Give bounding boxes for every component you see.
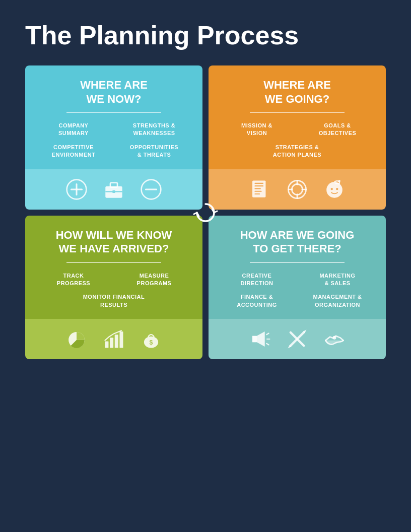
card-items-2: MISSION &VISION GOALS &OBJECTIVES STRATE… [219,122,376,159]
item-measure-programs: MEASUREPROGRAMS [116,272,192,288]
svg-rect-26 [105,342,108,348]
svg-rect-11 [254,185,263,186]
card-where-now: WHERE AREWE NOW? COMPANYSUMMARY STRENGTH… [25,65,202,210]
card-items-1: COMPANYSUMMARY STRENGTHS &WEAKNESSES COM… [35,122,192,159]
svg-rect-33 [252,336,257,342]
card-bottom-3: $ [25,319,202,359]
svg-text:$: $ [150,339,153,346]
item-opportunities-threats: OPPORTUNITIES& THREATS [116,144,192,159]
card-heading-2: WHERE AREWE GOING? [219,78,376,106]
svg-point-24 [338,180,340,182]
svg-point-23 [336,187,338,189]
item-company-summary: COMPANYSUMMARY [35,122,112,138]
card-heading-1: WHERE AREWE NOW? [35,78,192,106]
item-track-progress: TRACKPROGRESS [35,272,112,288]
item-mission-vision: MISSION &VISION [219,122,295,138]
item-competitive-env: COMPETITIVEENVIRONMENT [35,144,112,159]
svg-rect-29 [119,331,123,348]
card-items-4: CREATIVEDIRECTION MARKETING& SALES FINAN… [219,272,376,309]
cycle-icon-center [193,200,218,225]
card-divider-3 [66,262,161,263]
card-heading-4: HOW ARE WE GOINGTO GET THERE? [219,228,376,256]
svg-line-34 [266,334,268,335]
handshake-icon [323,328,346,350]
svg-point-22 [331,187,333,189]
plus-icon [65,178,88,201]
svg-rect-13 [254,190,261,191]
minus-icon [140,178,162,201]
planning-grid: WHERE AREWE NOW? COMPANYSUMMARY STRENGTH… [0,65,411,359]
pie-chart-icon [65,328,88,350]
card-how-know: HOW WILL WE KNOWWE HAVE ARRIVED? TRACKPR… [25,216,202,360]
svg-rect-10 [254,182,263,183]
svg-point-16 [292,184,302,194]
item-strategies-action: STRATEGIES &ACTION PLANES [219,144,376,159]
card-divider-2 [250,112,344,113]
card-divider-1 [66,112,161,113]
svg-rect-27 [110,338,113,348]
bar-chart-icon [103,328,125,350]
item-finance-accounting: FINANCE &ACCOUNTING [219,293,295,309]
card-how-get-there: HOW ARE WE GOINGTO GET THERE? CREATIVEDI… [209,216,386,360]
item-marketing-sales: MARKETING& SALES [299,272,376,288]
card-top-1: WHERE AREWE NOW? COMPANYSUMMARY STRENGTH… [25,65,202,169]
checklist-icon [249,178,271,201]
tools-icon [286,328,308,350]
card-top-2: WHERE AREWE GOING? MISSION &VISION GOALS… [209,65,386,169]
item-creative-direction: CREATIVEDIRECTION [219,272,295,288]
card-items-3: TRACKPROGRESS MEASUREPROGRAMS MONITOR FI… [35,272,192,309]
card-where-going: WHERE AREWE GOING? MISSION &VISION GOALS… [209,65,386,210]
target-icon [286,178,308,201]
card-bottom-2 [209,169,386,210]
item-monitor-financial: MONITOR FINANCIALRESULTS [35,293,192,309]
megaphone-icon [249,328,271,350]
item-goals-objectives: GOALS &OBJECTIVES [299,122,376,138]
card-top-3: HOW WILL WE KNOWWE HAVE ARRIVED? TRACKPR… [25,216,202,319]
page-title: The Planning Process [0,0,411,65]
briefcase-icon [103,178,125,201]
svg-point-41 [332,336,336,340]
thinking-icon [323,178,346,201]
item-management-org: MANAGEMENT &ORGANIZATION [299,293,376,309]
svg-line-36 [266,344,268,345]
svg-rect-12 [254,188,260,189]
card-bottom-4 [209,319,386,359]
card-divider-4 [250,262,344,263]
svg-rect-28 [115,335,118,348]
svg-point-21 [326,182,342,198]
card-heading-3: HOW WILL WE KNOWWE HAVE ARRIVED? [35,228,192,256]
refresh-icon [193,200,218,225]
svg-rect-14 [254,193,260,194]
item-strengths-weaknesses: STRENGTHS &WEAKNESSES [116,122,192,138]
svg-rect-6 [112,190,115,192]
money-icon: $ [140,328,162,350]
card-top-4: HOW ARE WE GOINGTO GET THERE? CREATIVEDI… [209,216,386,319]
card-bottom-1 [25,169,202,210]
